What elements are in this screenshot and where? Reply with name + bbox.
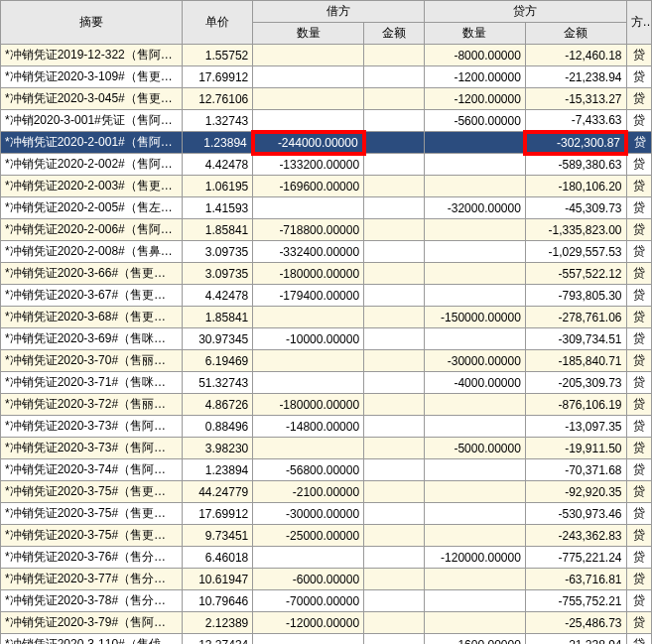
cell-debit-amt xyxy=(364,285,425,307)
cell-credit-qty xyxy=(425,394,526,416)
cell-debit-qty: -2100.00000 xyxy=(253,481,364,503)
cell-price: 3.98230 xyxy=(183,438,253,459)
col-debit[interactable]: 借方 xyxy=(253,1,425,23)
cell-price: 10.79646 xyxy=(183,590,253,612)
cell-debit-qty: -12000.00000 xyxy=(253,612,364,634)
table-row[interactable]: *冲销凭证2020-2-003#（售更…1.06195-169600.00000… xyxy=(1,176,652,197)
table-header: 摘要 单价 借方 贷方 方向 数量 金额 数量 金额 xyxy=(1,1,652,45)
cell-debit-amt xyxy=(364,590,425,612)
cell-direction: 贷 xyxy=(626,110,651,132)
cell-debit-amt xyxy=(364,45,425,66)
table-row[interactable]: *冲销凭证2020-3-75#（售更…9.73451-25000.00000-2… xyxy=(1,525,652,547)
cell-credit-qty: -1200.00000 xyxy=(425,66,526,88)
cell-summary: *冲销凭证2020-3-75#（售更… xyxy=(1,503,183,525)
cell-credit-qty xyxy=(425,241,526,263)
cell-credit-qty: -1200.00000 xyxy=(425,88,526,110)
table-row[interactable]: *冲销凭证2020-3-73#（售阿…3.98230-5000.00000-19… xyxy=(1,438,652,459)
table-row[interactable]: *冲销凭证2020-3-69#（售咪…30.97345-10000.00000-… xyxy=(1,328,652,350)
table-row[interactable]: *冲销凭证2020-3-75#（售更…44.24779-2100.00000-9… xyxy=(1,481,652,503)
col-price[interactable]: 单价 xyxy=(183,1,253,45)
cell-credit-qty xyxy=(425,459,526,481)
col-direction[interactable]: 方向 xyxy=(626,1,651,45)
col-credit[interactable]: 贷方 xyxy=(425,1,626,23)
col-credit-amt[interactable]: 金额 xyxy=(525,23,626,45)
cell-direction: 贷 xyxy=(626,372,651,394)
table-row[interactable]: *冲销凭证2020-3-68#（售更…1.85841-150000.00000-… xyxy=(1,307,652,328)
table-row[interactable]: *冲销凭证2020-3-76#（售分…6.46018-120000.00000-… xyxy=(1,547,652,569)
col-debit-amt[interactable]: 金额 xyxy=(364,23,425,45)
cell-summary: *冲销凭证2020-3-75#（售更… xyxy=(1,525,183,547)
cell-credit-qty xyxy=(425,481,526,503)
table-row[interactable]: *冲销凭证2020-3-66#（售更…3.09735-180000.00000-… xyxy=(1,263,652,285)
table-row[interactable]: *冲销凭证2020-3-67#（售更…4.42478-179400.00000-… xyxy=(1,285,652,307)
cell-price: 0.88496 xyxy=(183,416,253,438)
table-row[interactable]: *冲销凭证2020-2-006#（售阿…1.85841-718800.00000… xyxy=(1,219,652,241)
cell-direction: 贷 xyxy=(626,328,651,350)
col-credit-qty[interactable]: 数量 xyxy=(425,23,526,45)
cell-summary: *冲销凭证2020-2-008#（售鼻… xyxy=(1,241,183,263)
cell-credit-qty: -1600.00000 xyxy=(425,634,526,645)
table-row[interactable]: *冲销凭证2020-3-77#（售分…10.61947-6000.00000-6… xyxy=(1,569,652,590)
table-row[interactable]: *冲销凭证2019-12-322（售阿…1.55752-8000.00000-1… xyxy=(1,45,652,66)
cell-debit-qty xyxy=(253,88,364,110)
cell-debit-qty: -70000.00000 xyxy=(253,590,364,612)
table-row[interactable]: *冲销凭证2020-2-001#（售阿…1.23894-244000.00000… xyxy=(1,132,652,154)
cell-direction: 贷 xyxy=(626,66,651,88)
cell-debit-qty xyxy=(253,438,364,459)
cell-price: 1.85841 xyxy=(183,307,253,328)
cell-credit-qty xyxy=(425,503,526,525)
table-row[interactable]: *冲销凭证2020-3-110#（售伐…13.27434-1600.00000-… xyxy=(1,634,652,645)
cell-debit-qty xyxy=(253,110,364,132)
cell-debit-qty: -25000.00000 xyxy=(253,525,364,547)
cell-credit-qty xyxy=(425,219,526,241)
table-row[interactable]: *冲销凭证2020-3-70#（售丽…6.19469-30000.00000-1… xyxy=(1,350,652,372)
col-summary[interactable]: 摘要 xyxy=(1,1,183,45)
cell-debit-qty: -718800.00000 xyxy=(253,219,364,241)
cell-credit-amt: -557,522.12 xyxy=(525,263,626,285)
cell-direction: 贷 xyxy=(626,547,651,569)
cell-debit-amt xyxy=(364,263,425,285)
cell-debit-amt xyxy=(364,176,425,197)
cell-credit-qty: -4000.00000 xyxy=(425,372,526,394)
table-row[interactable]: *冲销凭证2020-3-045#（售更…12.76106-1200.00000-… xyxy=(1,88,652,110)
table-row[interactable]: *冲销凭证2020-3-71#（售咪…51.32743-4000.00000-2… xyxy=(1,372,652,394)
cell-price: 12.76106 xyxy=(183,88,253,110)
cell-summary: *冲销凭证2020-2-005#（售左… xyxy=(1,197,183,219)
table-row[interactable]: *冲销凭证2020-3-78#（售分…10.79646-70000.00000-… xyxy=(1,590,652,612)
table-row[interactable]: *冲销凭证2020-3-75#（售更…17.69912-30000.00000-… xyxy=(1,503,652,525)
table-row[interactable]: *冲销2020-3-001#凭证（售阿…1.32743-5600.00000-7… xyxy=(1,110,652,132)
cell-credit-qty xyxy=(425,176,526,197)
cell-direction: 贷 xyxy=(626,416,651,438)
table-row[interactable]: *冲销凭证2020-3-109#（售更…17.69912-1200.00000-… xyxy=(1,66,652,88)
cell-credit-amt: -755,752.21 xyxy=(525,590,626,612)
table-row[interactable]: *冲销凭证2020-3-73#（售阿…0.88496-14800.00000-1… xyxy=(1,416,652,438)
cell-debit-qty xyxy=(253,197,364,219)
cell-credit-amt: -1,029,557.53 xyxy=(525,241,626,263)
cell-credit-amt: -309,734.51 xyxy=(525,328,626,350)
cell-summary: *冲销凭证2020-3-76#（售分… xyxy=(1,547,183,569)
ledger-table[interactable]: 摘要 单价 借方 贷方 方向 数量 金额 数量 金额 *冲销凭证2019-12-… xyxy=(0,0,652,644)
table-row[interactable]: *冲销凭证2020-3-74#（售阿…1.23894-56800.00000-7… xyxy=(1,459,652,481)
cell-debit-qty xyxy=(253,45,364,66)
cell-summary: *冲销凭证2020-3-78#（售分… xyxy=(1,590,183,612)
cell-direction: 贷 xyxy=(626,45,651,66)
cell-debit-amt xyxy=(364,547,425,569)
cell-credit-amt: -589,380.63 xyxy=(525,154,626,176)
table-row[interactable]: *冲销凭证2020-2-002#（售阿…4.42478-133200.00000… xyxy=(1,154,652,176)
cell-direction: 贷 xyxy=(626,612,651,634)
cell-credit-amt: -302,300.87 xyxy=(525,132,626,154)
cell-price: 13.27434 xyxy=(183,634,253,645)
cell-debit-amt xyxy=(364,438,425,459)
col-debit-qty[interactable]: 数量 xyxy=(253,23,364,45)
cell-credit-qty: -32000.00000 xyxy=(425,197,526,219)
cell-debit-amt xyxy=(364,612,425,634)
cell-debit-amt xyxy=(364,88,425,110)
table-row[interactable]: *冲销凭证2020-2-005#（售左…1.41593-32000.00000-… xyxy=(1,197,652,219)
table-row[interactable]: *冲销凭证2020-2-008#（售鼻…3.09735-332400.00000… xyxy=(1,241,652,263)
cell-debit-amt xyxy=(364,219,425,241)
table-row[interactable]: *冲销凭证2020-3-72#（售丽…4.86726-180000.00000-… xyxy=(1,394,652,416)
table-row[interactable]: *冲销凭证2020-3-79#（售阿…2.12389-12000.00000-2… xyxy=(1,612,652,634)
cell-direction: 贷 xyxy=(626,634,651,645)
cell-credit-qty: -8000.00000 xyxy=(425,45,526,66)
cell-summary: *冲销凭证2020-3-74#（售阿… xyxy=(1,459,183,481)
